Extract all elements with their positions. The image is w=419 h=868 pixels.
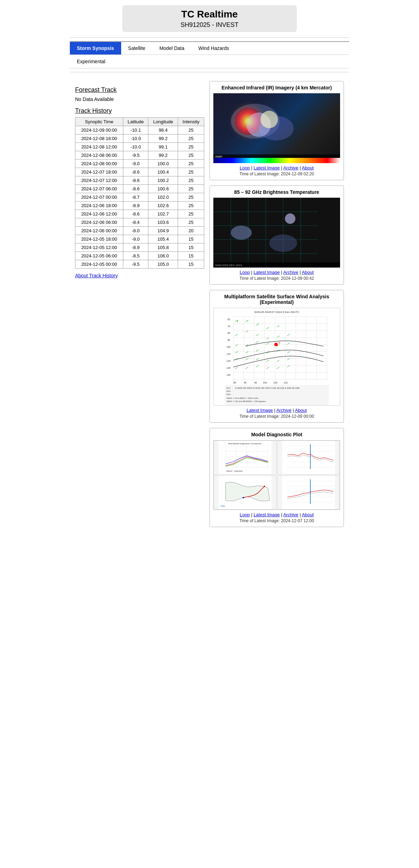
table-row: 2024-12-07 12:00-8.6100.225 [75, 176, 204, 185]
svg-text:125: 125 [227, 360, 231, 362]
mw-latest-link[interactable]: Latest Image [253, 270, 280, 275]
table-row: 2024-12-06 12:00-8.6102.725 [75, 210, 204, 218]
forecast-track-title: Forecast Track [75, 86, 204, 94]
table-row: 2024-12-05 12:00-8.9105.815 [75, 243, 204, 252]
model-about-link[interactable]: About [302, 512, 314, 517]
svg-text:65: 65 [228, 318, 230, 321]
svg-text:QUI: QUI [227, 387, 230, 389]
table-cell-lat: -8.4 [123, 218, 148, 227]
wind-about-link[interactable]: About [295, 408, 307, 413]
table-cell-lon: 105.4 [148, 235, 178, 243]
model-time: Time of Latest Image: 2024-12-07 12:00 [213, 518, 340, 523]
ir-archive-link[interactable]: Archive [283, 165, 298, 170]
col-header-time: Synoptic Time [75, 118, 123, 126]
table-cell-intensity: 25 [178, 176, 204, 185]
table-cell-intensity: 20 [178, 227, 204, 235]
mw-card: 85 – 92 GHz Brightness Temperature [210, 185, 344, 285]
svg-text:105: 105 [273, 381, 278, 384]
table-cell-lon: 99.1 [148, 143, 178, 151]
table-cell-time: 2024-12-09 00:00 [75, 126, 123, 134]
svg-text:85: 85 [233, 381, 236, 384]
table-cell-lat: -10.0 [123, 134, 148, 143]
table-row: 2024-12-08 06:00-9.599.225 [75, 151, 204, 160]
table-cell-intensity: 25 [178, 185, 204, 193]
table-cell-lon: 99.2 [148, 151, 178, 160]
svg-text:100: 100 [263, 381, 267, 384]
svg-point-3 [260, 111, 278, 128]
mw-about-link[interactable]: About [302, 270, 314, 275]
table-row: 2024-12-06 06:00-8.4103.625 [75, 218, 204, 227]
table-cell-lat: -9.5 [123, 151, 148, 160]
table-row: 2024-12-06 18:00-8.9102.625 [75, 202, 204, 210]
svg-text:SH912025  DEC 2024: SH912025 DEC 2024 [215, 264, 242, 267]
table-cell-lon: 105.0 [148, 260, 178, 269]
table-cell-lon: 103.6 [148, 218, 178, 227]
wind-archive-link[interactable]: Archive [276, 408, 291, 413]
mw-card-title: 85 – 92 GHz Brightness Temperature [213, 189, 340, 195]
table-cell-time: 2024-12-08 12:00 [75, 143, 123, 151]
table-cell-time: 2024-12-07 12:00 [75, 176, 123, 185]
wind-subtitle-text: SH9125 INVEST 2024 9 Dec 00UTC [254, 311, 300, 314]
table-row: 2024-12-08 18:00-10.099.225 [75, 134, 204, 143]
table-cell-lat: -8.6 [123, 210, 148, 218]
svg-rect-119 [282, 441, 335, 474]
wind-time: Time of Latest Image: 2024-12-09 00:00 [213, 414, 340, 419]
table-cell-lon: 102.7 [148, 210, 178, 218]
svg-text:135: 135 [227, 367, 231, 369]
mw-loop-link[interactable]: Loop [240, 270, 250, 275]
nav-row2: Experimental [70, 55, 349, 68]
table-cell-intensity: 25 [178, 202, 204, 210]
model-loop-link[interactable]: Loop [240, 512, 250, 517]
nav-bar: Storm Synopsis Satellite Model Data Wind… [70, 41, 349, 55]
table-cell-time: 2024-12-05 06:00 [75, 252, 123, 260]
col-header-lat: Latitude [123, 118, 148, 126]
table-cell-lon: 100.0 [148, 160, 178, 168]
table-cell-time: 2024-12-07 06:00 [75, 185, 123, 193]
table-cell-time: 2024-12-05 00:00 [75, 260, 123, 269]
tab-experimental[interactable]: Experimental [70, 57, 112, 66]
svg-text:JTWC: JTWC [220, 505, 225, 507]
tab-wind-hazards[interactable]: Wind Hazards [191, 42, 236, 54]
table-row: 2024-12-05 00:00-9.5105.015 [75, 260, 204, 269]
tab-storm-synopsis[interactable]: Storm Synopsis [70, 42, 121, 54]
wind-latest-link[interactable]: Latest Image [247, 408, 273, 413]
table-cell-lon: 98.4 [148, 126, 178, 134]
table-cell-intensity: 25 [178, 143, 204, 151]
table-cell-intensity: 25 [178, 218, 204, 227]
table-cell-time: 2024-12-08 00:00 [75, 160, 123, 168]
svg-text:110: 110 [284, 381, 288, 384]
mw-svg: SH912025 DEC 2024 [213, 198, 340, 268]
table-cell-time: 2024-12-06 06:00 [75, 218, 123, 227]
wind-card-title: Multiplatform Satellite Surface Wind Ana… [213, 294, 340, 305]
svg-text:HWRF: HWRF [215, 155, 222, 158]
ir-latest-link[interactable]: Latest Image [253, 165, 280, 170]
svg-text:RSA: RSA [227, 393, 231, 395]
model-cell-br [277, 475, 340, 510]
table-cell-intensity: 25 [178, 126, 204, 134]
about-track-history-link[interactable]: About Track History [75, 273, 118, 278]
storm-id: SH912025 - INVEST [129, 21, 290, 29]
track-history-title: Track History [75, 107, 204, 115]
ir-about-link[interactable]: About [302, 165, 314, 170]
model-archive-link[interactable]: Archive [283, 512, 298, 517]
table-cell-intensity: 25 [178, 151, 204, 160]
mw-archive-link[interactable]: Archive [283, 270, 298, 275]
model-latest-link[interactable]: Latest Image [253, 512, 280, 517]
table-cell-time: 2024-12-07 00:00 [75, 193, 123, 202]
svg-point-128 [243, 497, 244, 498]
table-cell-lat: -9.0 [123, 160, 148, 168]
svg-text:N  NNW NW WNW W WSW SW SSW S S: N NNW NW WNW W WSW SW SSW S SSE SE ESE E… [235, 387, 300, 389]
ir-loop-link[interactable]: Loop [240, 165, 250, 170]
table-cell-lat: -8.5 [123, 252, 148, 260]
table-cell-lat: -8.0 [123, 227, 148, 235]
tab-model-data[interactable]: Model Data [152, 42, 191, 54]
svg-point-127 [264, 486, 265, 487]
model-tr-svg [278, 441, 340, 474]
table-row: 2024-12-07 00:00-8.7102.025 [75, 193, 204, 202]
svg-rect-4 [213, 158, 340, 163]
table-row: 2024-12-09 00:00-10.198.425 [75, 126, 204, 134]
table-cell-time: 2024-12-06 00:00 [75, 227, 123, 235]
table-cell-lat: -10.1 [123, 126, 148, 134]
ir-image: HWRF [213, 93, 340, 163]
tab-satellite[interactable]: Satellite [121, 42, 153, 54]
